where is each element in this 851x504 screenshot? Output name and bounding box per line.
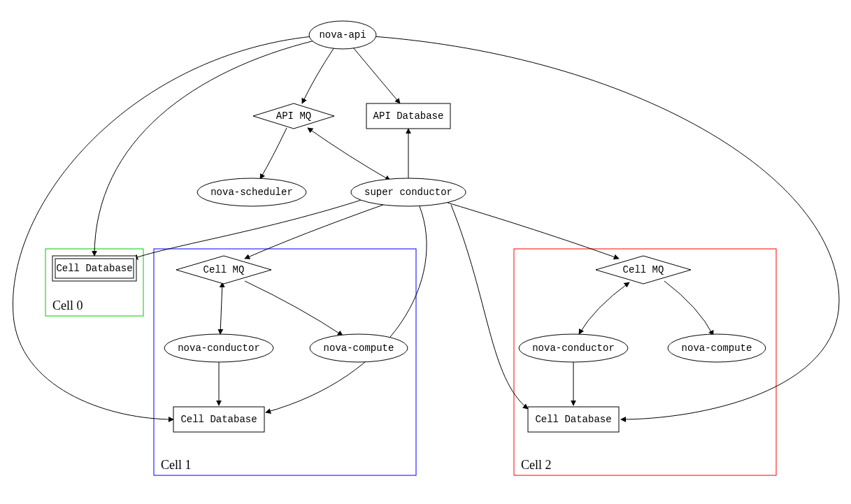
edge-super-conductor-to-cell1-db (266, 206, 427, 412)
node-cell1-conductor-label: nova-conductor (178, 343, 260, 354)
node-cell1-conductor: nova-conductor (164, 334, 273, 362)
node-api-db-label: API Database (373, 110, 444, 122)
cluster-cell0-label: Cell 0 (52, 298, 83, 312)
edge-super-conductor-to-cell2-db (451, 205, 528, 409)
node-nova-scheduler-label: nova-scheduler (210, 187, 293, 198)
node-cell1-compute: nova-compute (310, 334, 408, 362)
edge-nova-api-to-cell1-db (13, 36, 313, 419)
edge-super-conductor-to-cell2-mq (448, 203, 619, 259)
node-cell2-compute: nova-compute (668, 334, 766, 362)
edge-super-conductor-to-cell0-db (133, 199, 364, 259)
node-cell1-compute-label: nova-compute (324, 343, 394, 354)
node-api-mq-label: API MQ (276, 110, 311, 122)
node-cell0-db: Cell Database (52, 256, 136, 281)
edge-cell2-mq-to-compute (664, 281, 713, 336)
cluster-cell2-label: Cell 2 (521, 458, 552, 472)
node-cell2-compute-label: nova-compute (682, 343, 752, 354)
edge-cell1-mq-conductor (220, 282, 222, 334)
node-super-conductor: super conductor (351, 178, 466, 206)
node-nova-api-label: nova-api (319, 29, 366, 41)
edge-cell1-mq-to-compute (245, 281, 343, 336)
node-cell1-db-label: Cell Database (180, 414, 257, 425)
node-cell0-db-label: Cell Database (56, 263, 132, 274)
edge-nova-api-to-api-mq (302, 48, 334, 103)
cluster-cell1: Cell 1 (154, 249, 416, 475)
cluster-cell1-label: Cell 1 (161, 458, 192, 472)
node-cell1-mq-label: Cell MQ (203, 264, 245, 275)
edge-api-mq-to-scheduler (260, 128, 287, 179)
edge-nova-api-to-api-db (353, 48, 400, 103)
node-cell2-conductor: nova-conductor (519, 334, 628, 362)
node-api-mq: API MQ (253, 103, 334, 129)
node-nova-api: nova-api (309, 21, 376, 49)
node-cell2-db: Cell Database (528, 407, 619, 432)
node-cell1-db: Cell Database (173, 407, 264, 432)
edge-api-mq-super-conductor (308, 128, 390, 180)
node-api-db: API Database (366, 103, 450, 129)
edge-cell2-mq-conductor (579, 282, 629, 334)
edge-super-conductor-to-cell1-mq (245, 205, 383, 259)
edge-nova-api-to-cell2-db (373, 36, 839, 419)
node-cell2-mq: Cell MQ (596, 256, 691, 284)
node-super-conductor-label: super conductor (364, 187, 452, 198)
node-cell2-conductor-label: nova-conductor (532, 343, 615, 354)
node-cell2-mq-label: Cell MQ (623, 264, 664, 275)
node-nova-scheduler: nova-scheduler (197, 178, 306, 206)
node-cell1-mq: Cell MQ (176, 256, 271, 284)
svg-rect-1 (154, 249, 416, 475)
node-cell2-db-label: Cell Database (535, 414, 611, 425)
edge-nova-api-to-cell0-db (94, 41, 315, 256)
